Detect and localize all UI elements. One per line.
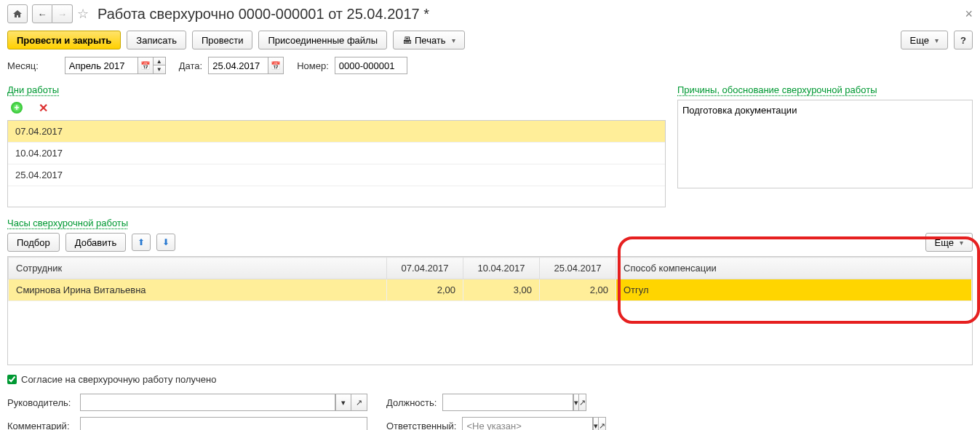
manager-dropdown[interactable]: ▾ — [335, 394, 351, 411]
title-bar: ← → ☆ Работа сверхурочно 0000-000001 от … — [7, 4, 973, 23]
post-and-close-button[interactable]: Провести и закрыть — [7, 31, 121, 49]
col-employee[interactable]: Сотрудник — [9, 258, 387, 279]
hours-more-button[interactable]: Еще — [925, 233, 973, 252]
list-item[interactable]: 10.04.2017 — [8, 143, 665, 164]
days-section-title: Дни работы — [7, 84, 666, 95]
add-row-button[interactable]: Добавить — [65, 233, 126, 252]
cell-v3[interactable]: 2,00 — [540, 279, 616, 301]
delete-day-button[interactable]: ✕ — [33, 100, 52, 116]
responsible-dropdown[interactable]: ▾ — [593, 417, 599, 430]
month-input[interactable] — [65, 57, 138, 74]
delete-icon: ✕ — [39, 101, 48, 115]
month-down[interactable]: ▼ — [154, 65, 165, 73]
manager-input[interactable] — [80, 394, 335, 411]
list-item[interactable]: 07.04.2017 — [8, 121, 665, 143]
comment-label: Комментарий: — [7, 421, 74, 431]
action-toolbar: Провести и закрыть Записать Провести При… — [7, 31, 973, 49]
date-picker-button[interactable] — [268, 57, 284, 74]
hours-table-container: Сотрудник 07.04.2017 10.04.2017 25.04.20… — [7, 256, 973, 365]
position-dropdown[interactable]: ▾ — [573, 394, 579, 411]
month-up[interactable]: ▲ — [154, 57, 165, 65]
date-input[interactable] — [208, 57, 268, 74]
days-list[interactable]: 07.04.2017 10.04.2017 25.04.2017 — [7, 120, 666, 207]
move-up-button[interactable]: ⬆ — [132, 234, 151, 251]
month-label: Месяц: — [7, 60, 39, 71]
manager-open[interactable]: ↗ — [351, 394, 367, 411]
number-label: Номер: — [297, 60, 329, 71]
forward-button[interactable]: → — [52, 4, 73, 23]
move-down-button[interactable]: ⬇ — [156, 234, 175, 251]
printer-icon — [402, 35, 412, 46]
col-d1[interactable]: 07.04.2017 — [387, 258, 463, 279]
col-d2[interactable]: 10.04.2017 — [463, 258, 540, 279]
position-input[interactable] — [442, 394, 573, 411]
consent-label: Согласие на сверхурочную работу получено — [21, 374, 216, 385]
col-compensation[interactable]: Способ компенсации — [616, 258, 972, 279]
reason-section-title: Причины, обоснование сверхурочной работы — [677, 84, 973, 95]
list-item[interactable]: 25.04.2017 — [8, 164, 665, 186]
plus-icon: + — [11, 102, 23, 114]
back-button[interactable]: ← — [32, 4, 52, 23]
position-label: Должность: — [386, 397, 437, 408]
hours-section-title: Часы сверхурочной работы — [7, 218, 973, 228]
col-d3[interactable]: 25.04.2017 — [540, 258, 616, 279]
comment-input[interactable] — [80, 417, 367, 430]
pick-button[interactable]: Подбор — [7, 233, 60, 252]
cell-v1[interactable]: 2,00 — [387, 279, 463, 301]
help-button[interactable]: ? — [954, 31, 973, 49]
hours-table[interactable]: Сотрудник 07.04.2017 10.04.2017 25.04.20… — [8, 257, 972, 301]
month-picker-button[interactable] — [138, 57, 154, 74]
manager-label: Руководитель: — [7, 397, 74, 408]
table-row[interactable]: Смирнова Ирина Витальевна 2,00 3,00 2,00… — [9, 279, 972, 301]
position-open[interactable]: ↗ — [579, 394, 586, 411]
print-button[interactable]: Печать — [393, 31, 465, 49]
post-button[interactable]: Провести — [192, 31, 253, 49]
reason-textarea[interactable] — [677, 100, 973, 188]
cell-employee[interactable]: Смирнова Ирина Витальевна — [9, 279, 387, 301]
home-button[interactable] — [7, 4, 28, 23]
more-button[interactable]: Еще — [901, 31, 948, 49]
number-input[interactable] — [335, 57, 407, 74]
favorite-star-icon[interactable]: ☆ — [77, 6, 89, 22]
header-fields: Месяц: ▲ ▼ Дата: Номер: — [7, 57, 973, 74]
date-label: Дата: — [179, 60, 202, 71]
responsible-open[interactable]: ↗ — [599, 417, 606, 430]
save-button[interactable]: Записать — [127, 31, 186, 49]
page-title: Работа сверхурочно 0000-000001 от 25.04.… — [97, 6, 429, 23]
responsible-label: Ответственный: — [386, 421, 456, 431]
close-button[interactable]: × — [965, 7, 973, 22]
add-day-button[interactable]: + — [7, 100, 26, 116]
calendar-icon — [271, 61, 281, 71]
cell-compensation[interactable]: Отгул — [616, 279, 972, 301]
attach-files-button[interactable]: Присоединенные файлы — [258, 31, 387, 49]
responsible-input[interactable] — [462, 417, 593, 430]
calendar-icon — [140, 61, 151, 71]
consent-checkbox[interactable] — [7, 375, 17, 384]
cell-v2[interactable]: 3,00 — [463, 279, 540, 301]
